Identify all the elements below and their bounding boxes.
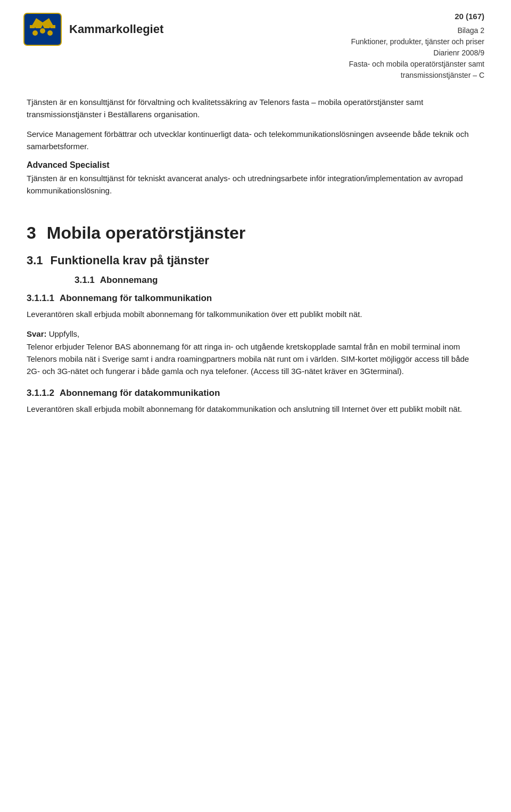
advanced-specialist-title: Advanced Specialist bbox=[27, 160, 484, 170]
header-line2: Funktioner, produkter, tjänster och pris… bbox=[349, 36, 484, 47]
advanced-specialist-description: Tjänsten är en konsulttjänst för teknisk… bbox=[27, 172, 484, 197]
section-3-title: Mobila operatörstjänster bbox=[47, 223, 245, 243]
section-3-number: 3 bbox=[27, 223, 36, 243]
svar-paragraph: Telenor erbjuder Telenor BAS abonnemang … bbox=[27, 342, 469, 376]
section-31-row: 3.1 Funktionella krav på tjänster bbox=[27, 254, 484, 267]
intro-paragraph1: Tjänsten är en konsulttjänst för förvalt… bbox=[27, 96, 484, 121]
section-31: 3.1 Funktionella krav på tjänster bbox=[27, 254, 484, 267]
section-3112-row: 3.1.1.2 Abonnemang för datakommunikation bbox=[27, 388, 484, 399]
section-311-title: Abonnemang bbox=[100, 275, 158, 286]
logo-text: Kammarkollegiet bbox=[69, 22, 163, 36]
section-3111-title: Abonnemang för talkommunikation bbox=[60, 293, 212, 304]
page: Kammarkollegiet 20 (167) Bilaga 2 Funkti… bbox=[0, 0, 511, 812]
section-31-title: Funktionella krav på tjänster bbox=[51, 254, 209, 267]
header: Kammarkollegiet 20 (167) Bilaga 2 Funkti… bbox=[0, 0, 511, 86]
page-number: 20 (167) bbox=[349, 11, 484, 23]
advanced-specialist-section: Advanced Specialist Tjänsten är en konsu… bbox=[27, 160, 484, 197]
crown-logo-icon bbox=[21, 11, 64, 48]
section-3111: 3.1.1.1 Abonnemang för talkommunikation bbox=[27, 293, 484, 304]
section-311-number: 3.1.1 bbox=[75, 275, 95, 286]
section-3111-paragraph: Leverantören skall erbjuda mobilt abonne… bbox=[27, 308, 484, 320]
header-line3: Diarienr 2008/9 bbox=[349, 47, 484, 59]
svg-point-4 bbox=[40, 28, 45, 34]
section-3112: 3.1.1.2 Abonnemang för datakommunikation bbox=[27, 388, 484, 399]
section-3111-number: 3.1.1.1 bbox=[27, 293, 54, 304]
svar-text: Uppfylls, bbox=[47, 329, 80, 338]
main-content: Tjänsten är en konsulttjänst för förvalt… bbox=[0, 86, 511, 439]
section-3-row: 3 Mobila operatörstjänster bbox=[27, 223, 484, 243]
header-right: 20 (167) Bilaga 2 Funktioner, produkter,… bbox=[349, 11, 484, 81]
svar-label: Svar: bbox=[27, 329, 47, 338]
section-3111-svar: Svar: Uppfylls, Telenor erbjuder Telenor… bbox=[27, 328, 484, 377]
section-3: 3 Mobila operatörstjänster bbox=[27, 223, 484, 243]
section-311-row: 3.1.1 Abonnemang bbox=[75, 275, 484, 286]
section-31-number: 3.1 bbox=[27, 254, 43, 267]
section-311-indent: 3.1.1 Abonnemang bbox=[75, 275, 484, 286]
intro-paragraph2: Service Management förbättrar och utveck… bbox=[27, 128, 484, 153]
section-3112-number: 3.1.1.2 bbox=[27, 388, 54, 399]
section-3112-paragraph: Leverantören skall erbjuda mobilt abonne… bbox=[27, 403, 484, 415]
logo-area: Kammarkollegiet bbox=[21, 11, 163, 48]
header-line1: Bilaga 2 bbox=[349, 25, 484, 36]
svg-point-3 bbox=[32, 30, 38, 36]
section-3112-title: Abonnemang för datakommunikation bbox=[60, 388, 220, 399]
section-3111-row: 3.1.1.1 Abonnemang för talkommunikation bbox=[27, 293, 484, 304]
svg-point-5 bbox=[47, 30, 53, 36]
header-line5: transmissionstjänster – C bbox=[349, 70, 484, 81]
header-line4: Fasta- och mobila operatörstjänster samt bbox=[349, 59, 484, 70]
